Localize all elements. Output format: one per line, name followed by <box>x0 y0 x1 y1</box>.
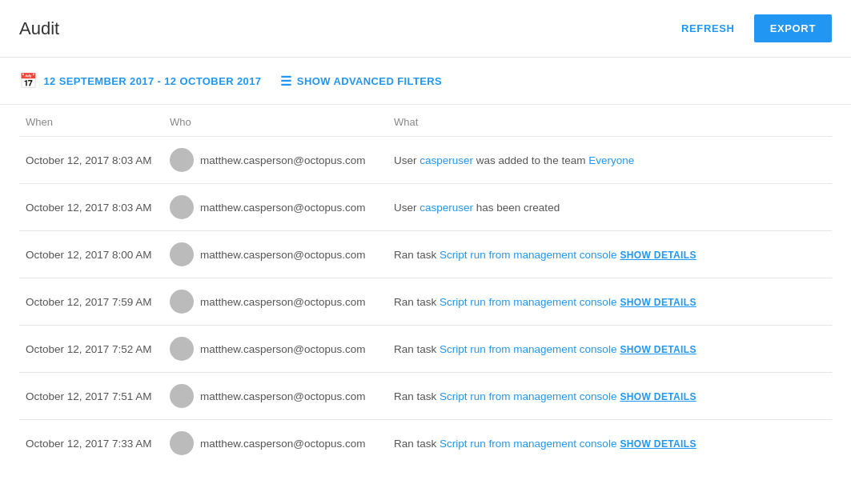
show-details-link[interactable]: SHOW DETAILS <box>620 438 696 450</box>
who-email: matthew.casperson@octopus.com <box>200 296 366 308</box>
column-when: When <box>19 105 163 137</box>
avatar <box>170 148 194 172</box>
table-row: October 12, 2017 8:03 AMmatthew.casperso… <box>19 184 832 231</box>
who-email: matthew.casperson@octopus.com <box>200 154 366 166</box>
avatar <box>170 337 194 361</box>
when-cell: October 12, 2017 7:51 AM <box>19 373 163 420</box>
who-email: matthew.casperson@octopus.com <box>200 390 366 402</box>
who-email: matthew.casperson@octopus.com <box>200 249 366 261</box>
what-cell: User casperuser has been created <box>387 184 832 231</box>
what-link-1[interactable]: Script run from management console <box>440 390 616 402</box>
who-cell: matthew.casperson@octopus.com <box>163 373 387 420</box>
date-range-picker[interactable]: 📅 12 SEPTEMBER 2017 - 12 OCTOBER 2017 <box>19 72 261 90</box>
what-cell: Ran task Script run from management cons… <box>387 373 832 420</box>
advanced-filters-label: SHOW ADVANCED FILTERS <box>297 75 442 87</box>
filter-icon: ☰ <box>280 74 291 89</box>
date-range-label: 12 SEPTEMBER 2017 - 12 OCTOBER 2017 <box>43 75 261 87</box>
who-cell: matthew.casperson@octopus.com <box>163 326 387 373</box>
header: Audit REFRESH EXPORT <box>0 0 851 58</box>
table-row: October 12, 2017 8:00 AMmatthew.casperso… <box>19 231 832 278</box>
avatar <box>170 195 194 219</box>
who-cell: matthew.casperson@octopus.com <box>163 184 387 231</box>
table-row: October 12, 2017 8:03 AMmatthew.casperso… <box>19 137 832 184</box>
column-who: Who <box>163 105 387 137</box>
what-cell: Ran task Script run from management cons… <box>387 420 832 467</box>
table-row: October 12, 2017 7:52 AMmatthew.casperso… <box>19 326 832 373</box>
page-title: Audit <box>19 18 59 39</box>
who-cell: matthew.casperson@octopus.com <box>163 278 387 326</box>
avatar <box>170 384 194 408</box>
table-row: October 12, 2017 7:33 AMmatthew.casperso… <box>19 420 832 467</box>
when-cell: October 12, 2017 7:52 AM <box>19 326 163 373</box>
calendar-icon: 📅 <box>19 72 37 90</box>
who-email: matthew.casperson@octopus.com <box>200 202 366 214</box>
filters-bar: 📅 12 SEPTEMBER 2017 - 12 OCTOBER 2017 ☰ … <box>0 58 851 105</box>
who-cell: matthew.casperson@octopus.com <box>163 231 387 278</box>
avatar <box>170 242 194 266</box>
when-cell: October 12, 2017 8:00 AM <box>19 231 163 278</box>
show-details-link[interactable]: SHOW DETAILS <box>620 391 696 402</box>
when-cell: October 12, 2017 8:03 AM <box>19 184 163 231</box>
what-link-1[interactable]: Script run from management console <box>440 343 616 355</box>
what-cell: Ran task Script run from management cons… <box>387 326 832 373</box>
table-row: October 12, 2017 7:59 AMmatthew.casperso… <box>19 278 832 326</box>
who-email: matthew.casperson@octopus.com <box>200 343 366 355</box>
what-cell: Ran task Script run from management cons… <box>387 231 832 278</box>
table-row: October 12, 2017 7:51 AMmatthew.casperso… <box>19 373 832 420</box>
avatar <box>170 431 194 455</box>
avatar <box>170 290 194 314</box>
who-cell: matthew.casperson@octopus.com <box>163 420 387 467</box>
when-cell: October 12, 2017 7:59 AM <box>19 278 163 326</box>
column-what: What <box>387 105 832 137</box>
who-email: matthew.casperson@octopus.com <box>200 438 366 450</box>
show-details-link[interactable]: SHOW DETAILS <box>620 344 696 355</box>
what-cell: Ran task Script run from management cons… <box>387 278 832 326</box>
what-link-1[interactable]: Script run from management console <box>440 438 616 450</box>
when-cell: October 12, 2017 8:03 AM <box>19 137 163 184</box>
what-link-1[interactable]: Script run from management console <box>440 249 616 261</box>
what-link-2[interactable]: Everyone <box>588 154 634 166</box>
advanced-filters-button[interactable]: ☰ SHOW ADVANCED FILTERS <box>280 74 442 89</box>
audit-table: When Who What October 12, 2017 8:03 AMma… <box>19 105 832 466</box>
page: Audit REFRESH EXPORT 📅 12 SEPTEMBER 2017… <box>0 0 851 504</box>
refresh-button[interactable]: REFRESH <box>672 16 745 41</box>
when-cell: October 12, 2017 7:33 AM <box>19 420 163 467</box>
what-link-1[interactable]: casperuser <box>419 202 473 214</box>
show-details-link[interactable]: SHOW DETAILS <box>620 297 696 308</box>
audit-table-container: When Who What October 12, 2017 8:03 AMma… <box>0 105 851 466</box>
what-link-1[interactable]: casperuser <box>419 154 473 166</box>
what-link-1[interactable]: Script run from management console <box>440 296 616 308</box>
who-cell: matthew.casperson@octopus.com <box>163 137 387 184</box>
export-button[interactable]: EXPORT <box>754 14 832 42</box>
show-details-link[interactable]: SHOW DETAILS <box>620 250 696 261</box>
table-header-row: When Who What <box>19 105 832 137</box>
what-cell: User casperuser was added to the team Ev… <box>387 137 832 184</box>
header-actions: REFRESH EXPORT <box>672 14 832 42</box>
